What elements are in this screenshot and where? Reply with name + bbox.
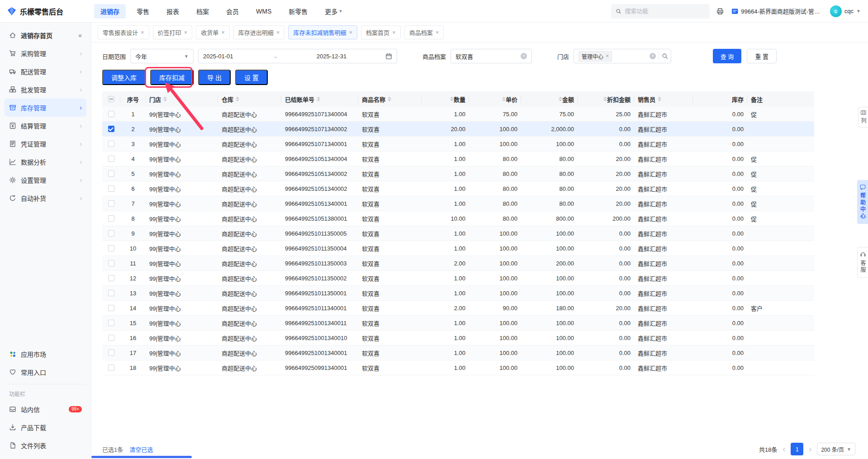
table-row[interactable]: 1 99|管理中心 商超配送中心 9966499251071340004 软双喜… [102, 107, 814, 122]
next-page-button[interactable]: › [808, 445, 812, 453]
row-checkbox[interactable] [108, 364, 114, 371]
row-checkbox[interactable] [108, 320, 114, 326]
sidebar-item-voucher[interactable]: 凭证管理› [5, 135, 86, 153]
stock-deduct-button[interactable]: 库存扣减 [150, 70, 194, 85]
close-icon[interactable]: × [184, 29, 188, 35]
top-nav-item[interactable]: 会员 ▾ [220, 4, 245, 19]
select-all-checkbox[interactable] [108, 96, 114, 102]
sidebar-item-inbox[interactable]: 站内信 99+ [5, 400, 86, 418]
row-checkbox[interactable] [108, 230, 114, 237]
table-row[interactable]: 2 99|管理中心 商超配送中心 9966499251071340002 软双喜… [102, 122, 814, 137]
row-checkbox[interactable] [108, 335, 114, 341]
table-row[interactable]: 16 99|管理中心 商超配送中心 9966499251001340010 软双… [102, 331, 814, 345]
user-menu[interactable]: c cqc ▼ [830, 5, 861, 17]
reset-button[interactable]: 重 置 [747, 49, 777, 63]
print-button[interactable] [716, 7, 724, 15]
table-row[interactable]: 7 99|管理中心 商超配送中心 9966499251051340001 软双喜… [102, 196, 814, 211]
page-tab[interactable]: 商品档案 × [404, 25, 444, 39]
sidebar-item-inventory[interactable]: 库存管理› [5, 99, 86, 117]
top-nav-item[interactable]: 档案 ▾ [190, 4, 215, 19]
product-input[interactable] [455, 53, 505, 60]
col-header-amount[interactable]: 金额 [521, 91, 578, 107]
table-row[interactable]: 10 99|管理中心 商超配送中心 9966499251011350004 软双… [102, 241, 814, 256]
table-row[interactable]: 17 99|管理中心 商超配送中心 9966499251001340001 软双… [102, 345, 814, 360]
settings-button[interactable]: 设 置 [235, 70, 268, 85]
clear-icon[interactable]: × [521, 53, 527, 59]
prev-page-button[interactable]: ‹ [782, 445, 786, 453]
sidebar-item-auto-replenish[interactable]: 自动补货› [5, 189, 86, 207]
sidebar-item-quick-entry[interactable]: 常用入口 [5, 363, 86, 381]
close-icon[interactable]: × [436, 29, 439, 35]
table-row[interactable]: 18 99|管理中心 商超配送中心 9966499250991340001 软双… [102, 360, 814, 375]
page-size-select[interactable]: 200 条/页 ▼ [817, 443, 855, 455]
close-icon[interactable]: × [606, 53, 609, 59]
store-filter-box[interactable]: 管理中心 × × [574, 49, 671, 63]
product-filter-input[interactable]: × [451, 49, 532, 63]
col-header-salesman[interactable]: 销售员 [634, 91, 693, 107]
row-checkbox[interactable] [108, 305, 114, 311]
clear-selection-link[interactable]: 清空已选 [129, 445, 153, 454]
row-checkbox[interactable] [108, 260, 114, 266]
row-checkbox[interactable] [108, 170, 114, 177]
col-header-warehouse[interactable]: 仓库 [218, 91, 281, 107]
table-row[interactable]: 4 99|管理中心 商超配送中心 9966499251051340004 软双喜… [102, 151, 814, 166]
table-row[interactable]: 9 99|管理中心 商超配送中心 9966499251011350005 软双喜… [102, 226, 814, 241]
top-nav-item[interactable]: 零售 ▾ [130, 4, 156, 19]
table-row[interactable]: 8 99|管理中心 商超配送中心 9966499251051380001 软双喜… [102, 211, 814, 226]
page-tab[interactable]: 库存进出明细 × [233, 25, 285, 39]
search-icon[interactable] [662, 53, 668, 59]
row-checkbox[interactable] [108, 126, 114, 132]
table-row[interactable]: 15 99|管理中心 商超配送中心 9966499251001340011 软双… [102, 316, 814, 331]
sidebar-item-settlement[interactable]: 结算管理› [5, 117, 86, 135]
sidebar-item-downloads[interactable]: 产品下载 [5, 418, 86, 436]
table-row[interactable]: 3 99|管理中心 商超配送中心 9966499251071340001 软双喜… [102, 137, 814, 151]
sidebar-item-settings[interactable]: 设置管理› [5, 171, 86, 189]
date-preset-select[interactable]: 今年 ▼ [130, 49, 194, 63]
col-header-product[interactable]: 商品名称 [358, 91, 422, 107]
sidebar-item-wholesale[interactable]: 批发管理› [5, 80, 86, 99]
adjust-inbound-button[interactable]: 调整入库 [102, 70, 146, 85]
table-row[interactable]: 14 99|管理中心 商超配送中心 9966499251011340001 软双… [102, 301, 814, 316]
close-icon[interactable]: × [349, 29, 352, 35]
col-header-price[interactable]: 单价 [469, 91, 521, 107]
row-checkbox[interactable] [108, 200, 114, 207]
top-nav-item[interactable]: 报表 ▾ [160, 4, 185, 19]
row-checkbox[interactable] [108, 275, 114, 281]
col-header-store[interactable]: 门店 [146, 91, 218, 107]
top-nav-item[interactable]: 新零售 ▾ [282, 4, 314, 19]
table-row[interactable]: 13 99|管理中心 商超配送中心 9966499251011350001 软双… [102, 286, 814, 301]
col-header-qty[interactable]: 数量 [422, 91, 469, 107]
row-checkbox[interactable] [108, 111, 114, 117]
page-tab[interactable]: 收货单 × [196, 25, 230, 39]
org-switcher[interactable]: 99664-新界面商超版测试-管理... [731, 7, 822, 15]
top-nav-item[interactable]: 进销存 ▾ [94, 4, 126, 19]
page-tab[interactable]: 档案首页 × [361, 25, 401, 39]
page-tab[interactable]: 价签打印 × [153, 25, 193, 39]
table-row[interactable]: 5 99|管理中心 商超配送中心 9966499251051340002 软双喜… [102, 166, 814, 181]
table-row[interactable]: 12 99|管理中心 商超配送中心 9966499251011350002 软双… [102, 271, 814, 286]
top-nav-item[interactable]: 更多 ▾ [318, 4, 348, 19]
row-checkbox[interactable] [108, 156, 114, 162]
sidebar-item-home[interactable]: 进销存首页 « [5, 26, 86, 44]
global-search[interactable] [611, 4, 710, 19]
customer-service-widget[interactable]: 客服 [857, 247, 868, 278]
row-checkbox[interactable] [108, 290, 114, 296]
row-checkbox[interactable] [108, 350, 114, 356]
current-page[interactable]: 1 [791, 443, 803, 455]
clear-icon[interactable]: × [650, 53, 656, 59]
search-input[interactable] [625, 8, 705, 14]
close-icon[interactable]: × [141, 29, 144, 35]
sidebar-item-distribution[interactable]: 配送管理› [5, 62, 86, 80]
sidebar-item-app-market[interactable]: 应用市场 [5, 345, 86, 363]
row-checkbox[interactable] [108, 245, 114, 251]
table-row[interactable]: 6 99|管理中心 商超配送中心 9966499251051340002 软双喜… [102, 181, 814, 196]
close-icon[interactable]: × [276, 29, 280, 35]
col-header-discount[interactable]: 折扣金额 [578, 91, 634, 107]
page-tab[interactable]: 零售报表设计 × [98, 25, 149, 39]
page-tab[interactable]: 库存未扣减销售明细 × [288, 25, 357, 39]
horizontal-scrollbar-thumb[interactable] [91, 456, 192, 458]
collapse-sidebar-icon[interactable]: « [78, 32, 82, 39]
column-settings-widget[interactable]: 列 [858, 107, 868, 128]
row-checkbox[interactable] [108, 185, 114, 192]
sidebar-item-procurement[interactable]: 采购管理› [5, 44, 86, 62]
